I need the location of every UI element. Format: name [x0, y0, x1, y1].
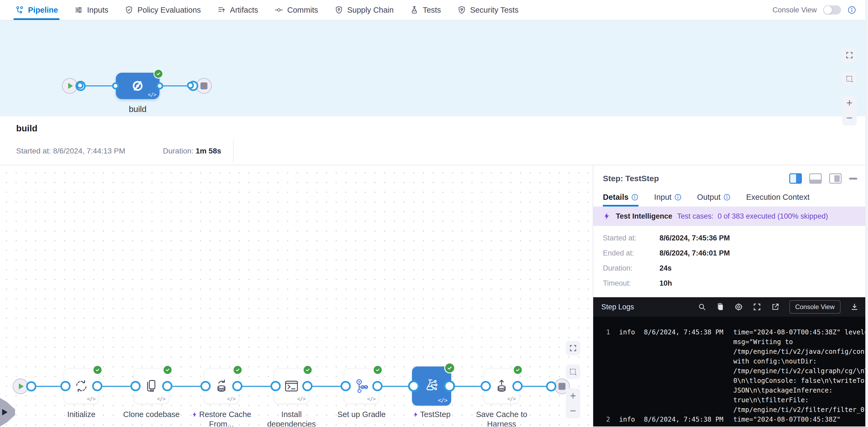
panel-title: Step: TestStep	[603, 174, 659, 183]
copy-icon[interactable]	[716, 303, 725, 311]
panel-tab[interactable]: Output	[697, 193, 731, 206]
detail-value: 24s	[659, 264, 672, 272]
step-icon	[493, 378, 510, 394]
info-icon[interactable]	[723, 194, 731, 201]
nav-tab[interactable]: Artifacts	[217, 0, 258, 20]
fullscreen-button[interactable]	[566, 341, 580, 355]
info-icon[interactable]	[847, 6, 856, 14]
top-nav: Pipeline Inputs Policy Evaluations Artif…	[0, 0, 868, 21]
nav-tab[interactable]: Supply Chain	[334, 0, 394, 20]
marquee-select-button[interactable]	[842, 72, 857, 86]
toggle-knob	[824, 6, 832, 14]
nav-tab[interactable]: Tests	[410, 0, 441, 20]
detail-row: Timeout: 10h	[603, 279, 858, 288]
nav-tab[interactable]: Inputs	[74, 0, 108, 20]
step: </> Install dependencies	[256, 369, 327, 426]
log-line: JSON\n\tpackageInference:	[606, 386, 868, 395]
success-check-icon	[233, 365, 243, 375]
test-cases-summary: Test cases: 0 of 383 executed (100% skip…	[677, 212, 828, 221]
step-label[interactable]: Set up Gradle	[338, 409, 386, 419]
nav-tab-label: Policy Evaluations	[137, 6, 201, 14]
step-icon	[283, 378, 300, 394]
panel-header: Step: TestStep	[593, 165, 868, 184]
code-mark: </>	[87, 396, 95, 402]
step-card[interactable]: </>	[344, 369, 379, 403]
info-icon[interactable]	[674, 194, 682, 201]
code-mark: </>	[438, 397, 447, 403]
expand-icon[interactable]	[753, 303, 761, 311]
lightning-icon	[413, 412, 418, 418]
step-icon	[422, 376, 441, 395]
step: </> TestStep	[397, 369, 467, 426]
build-stage-icon	[130, 78, 145, 93]
zoom-in-button[interactable]	[566, 388, 580, 403]
nav-tab-label: Artifacts	[230, 6, 258, 14]
log-line: /tmp/engine/ti/v2/callgraph/cg/\n\tlogL	[606, 366, 868, 376]
step-card[interactable]: </>	[204, 369, 239, 403]
detail-label: Timeout:	[603, 279, 659, 288]
panel-tab-label: Input	[654, 193, 672, 202]
panel-layout-controls	[789, 173, 857, 184]
zoom-in-button[interactable]	[842, 95, 857, 110]
pipeline-start-node	[62, 78, 78, 94]
step: </> Restore Cache From...	[186, 369, 256, 426]
log-lines[interactable]: 1info8/6/2024, 7:45:38 PMtime="2024-08-0…	[593, 317, 868, 426]
marquee-select-button[interactable]	[566, 365, 580, 379]
step: </> Initialize	[46, 369, 116, 426]
step-icon	[353, 378, 370, 394]
console-view-button[interactable]: Console View	[789, 300, 840, 314]
success-check-icon	[163, 365, 173, 375]
search-icon[interactable]	[698, 303, 706, 311]
step-card[interactable]: </>	[484, 369, 519, 403]
layout-right-button[interactable]	[829, 173, 842, 184]
nav-tab[interactable]: Security Tests	[457, 0, 519, 20]
nav-tab[interactable]: Commits	[274, 0, 318, 20]
settings-gear-icon[interactable]	[734, 303, 743, 311]
step-label[interactable]: Restore Cache From...	[188, 409, 255, 426]
nav-tab-label: Inputs	[87, 6, 108, 14]
zoom-out-button[interactable]	[566, 403, 580, 418]
nav-tab[interactable]: Policy Evaluations	[124, 0, 201, 20]
panel-tab[interactable]: Input	[654, 193, 682, 206]
page-scrollbar[interactable]	[865, 0, 868, 427]
step-card[interactable]: </>	[134, 369, 169, 403]
step-card[interactable]: </>	[64, 369, 99, 403]
zoom-out-button[interactable]	[842, 110, 857, 126]
layout-bottom-button[interactable]	[809, 173, 822, 184]
lightning-icon	[191, 412, 197, 418]
step-card[interactable]: </>	[412, 366, 451, 406]
minimize-button[interactable]	[849, 178, 857, 179]
step-label[interactable]: Install dependencies	[258, 409, 325, 426]
nav-tab-icon	[74, 5, 83, 14]
log-line: /tmp/engine/ti/v2/filter/filter_0"	[606, 405, 868, 415]
open-external-icon[interactable]	[771, 303, 780, 311]
step: </> Set up Gradle	[327, 369, 397, 426]
detail-row: Started at: 8/6/2024, 7:45:36 PM	[603, 234, 858, 242]
nav-tab-icon	[457, 5, 466, 14]
nav-right: Console View	[772, 5, 856, 14]
download-icon[interactable]	[850, 303, 859, 311]
stage-node-build[interactable]: </>	[116, 73, 159, 99]
fullscreen-button[interactable]	[842, 48, 857, 62]
step-label[interactable]: Clone codebase	[123, 409, 180, 419]
panel-tab[interactable]: Execution Context	[746, 193, 810, 206]
detail-value: 8/6/2024, 7:46:01 PM	[659, 249, 730, 257]
layout-split-right-button[interactable]	[789, 173, 802, 184]
link-dot	[187, 82, 194, 89]
stage-label[interactable]: build	[111, 104, 164, 114]
nav-tab-label: Tests	[423, 6, 441, 14]
panel-tab[interactable]: Details	[603, 193, 639, 206]
success-check-icon	[444, 363, 455, 373]
step-label[interactable]: Initialize	[67, 409, 96, 419]
code-mark: </>	[148, 92, 156, 97]
step-label[interactable]: Save Cache to Harness	[468, 409, 535, 426]
console-view-toggle[interactable]	[823, 5, 841, 14]
step-label[interactable]: TestStep	[413, 409, 451, 419]
info-icon[interactable]	[631, 194, 639, 201]
steps-start-node	[13, 379, 28, 394]
detail-row: Ended at: 8/6/2024, 7:46:01 PM	[603, 249, 858, 257]
nav-tab[interactable]: Pipeline	[15, 0, 58, 20]
nav-tab-icon	[124, 5, 134, 14]
log-line: with config:\noutDir:	[606, 357, 868, 366]
step-card[interactable]: </>	[274, 369, 309, 403]
